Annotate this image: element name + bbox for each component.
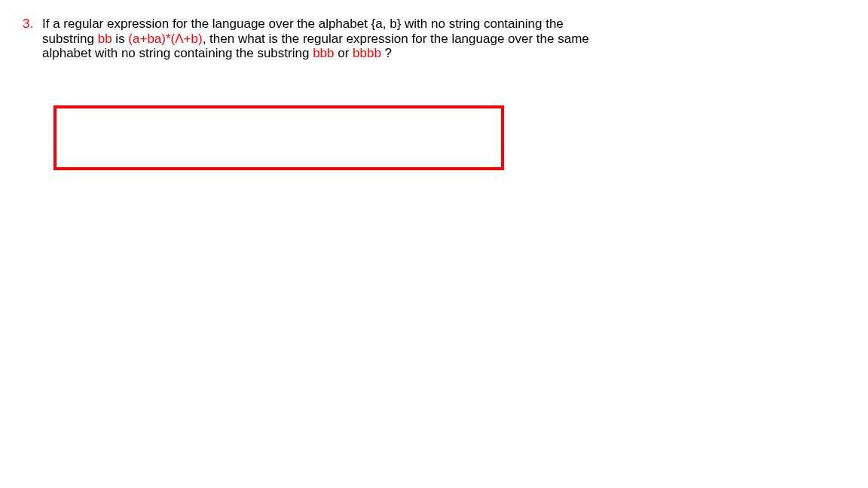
text-part-4: or: [335, 46, 353, 60]
text-red-1: bb: [98, 32, 112, 46]
text-part-5: ?: [381, 46, 392, 60]
question-text: If a regular expression for the language…: [42, 17, 599, 61]
text-red-3: bbb: [313, 46, 334, 60]
text-part-2: is: [112, 32, 129, 46]
answer-box[interactable]: [53, 105, 504, 170]
question-number: 3.: [23, 17, 33, 32]
text-red-2: (a+ba)*(Λ+b): [128, 32, 202, 46]
text-red-4: bbbb: [353, 46, 381, 60]
question-container: 3. If a regular expression for the langu…: [23, 17, 599, 61]
